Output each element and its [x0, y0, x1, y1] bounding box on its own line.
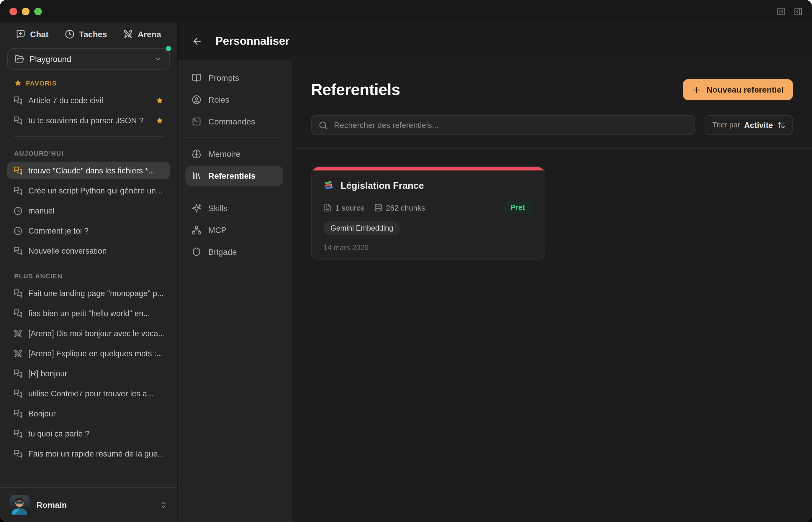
card-chunks: 262 chunks [374, 203, 425, 212]
conversation-item[interactable]: tu te souviens du parser JSON ? [7, 112, 170, 129]
titlebar [0, 0, 812, 22]
search-box [311, 115, 695, 135]
tab-arena[interactable]: Arena [124, 29, 161, 39]
minimize-button[interactable] [22, 7, 29, 15]
swords-icon [14, 329, 22, 338]
swords-icon [124, 29, 133, 39]
star-icon [156, 117, 163, 124]
conversation-item[interactable]: [R] bonjour [7, 364, 170, 382]
referential-card[interactable]: Législation France1 source262 chunksPret… [311, 166, 545, 260]
conversation-item[interactable]: tu quoi ça parle ? [7, 425, 170, 442]
nav-item-referentiels[interactable]: Referentiels [185, 166, 283, 186]
books-icon [323, 180, 335, 191]
section-label-plus-ancien: PLUS ANCIEN [7, 273, 170, 280]
nav-item-memoire[interactable]: Memoire [185, 144, 283, 164]
section-divider [14, 136, 163, 137]
database-icon [374, 203, 382, 212]
messages-square-icon [14, 246, 22, 255]
sidebar-tabs: ChatTachesArena [0, 22, 177, 44]
messages-square-icon [14, 409, 22, 418]
new-referential-button[interactable]: Nouveau referentiel [683, 79, 793, 100]
messages-square-icon [14, 116, 22, 125]
nav-item-skills[interactable]: Skills [185, 198, 283, 218]
nav-item-roles[interactable]: Roles [185, 89, 283, 110]
star-icon [14, 79, 22, 87]
conversation-item[interactable]: manuel [7, 202, 170, 219]
nav-divider [185, 192, 283, 192]
workspace-selector[interactable]: Playground [7, 48, 170, 69]
back-button[interactable] [192, 36, 202, 46]
panel-right-close-icon[interactable] [794, 7, 803, 16]
messages-square-icon [14, 429, 22, 438]
referential-grid: Législation France1 source262 chunksPret… [311, 166, 793, 260]
brain-icon [192, 149, 201, 159]
messages-square-icon [14, 369, 22, 378]
panel-left-close-icon[interactable] [777, 7, 786, 16]
sort-control[interactable]: Trier par Activite [705, 115, 793, 135]
user-name: Romain [37, 500, 67, 509]
panel-header: Personnaliser [178, 22, 812, 60]
card-sources: 1 source [323, 203, 365, 212]
conversation-item[interactable]: trouve "Claude" dans les fichiers *... [7, 162, 170, 179]
messages-square-icon [14, 449, 22, 458]
panel-title: Personnaliser [215, 35, 290, 48]
conversation-item[interactable]: Fait une landing page "monopage" p... [7, 284, 170, 302]
chevrons-up-down-icon [159, 501, 167, 509]
page-title: Referentiels [311, 81, 400, 99]
nav-item-mcp[interactable]: MCP [185, 220, 283, 240]
section-label-aujourd-hui: AUJOURD'HUI [7, 150, 170, 157]
user-menu[interactable]: Romain [0, 487, 177, 522]
toolbar-separator [292, 148, 812, 149]
new-referential-label: Nouveau referentiel [707, 85, 784, 94]
conversation-item[interactable]: Nouvelle conversation [7, 242, 170, 260]
conversation-item[interactable]: Bonjour [7, 405, 170, 422]
tab-chat[interactable]: Chat [16, 29, 48, 39]
messages-square-icon [14, 309, 22, 318]
search-input[interactable] [333, 120, 688, 130]
card-date: 14 mars 2026 [323, 244, 533, 252]
clock-icon [14, 206, 22, 215]
swords-icon [14, 349, 22, 358]
conversation-item[interactable]: [Arena] Dis moi bonjour avec le voca... [7, 324, 170, 342]
file-text-icon [323, 203, 332, 212]
conversation-item[interactable]: Fais moi un rapide résumé de la gue... [7, 445, 170, 462]
sidebar: ChatTachesArena Playground FAVORISArticl… [0, 22, 178, 522]
clock-icon [65, 29, 74, 39]
app-window: ChatTachesArena Playground FAVORISArticl… [0, 0, 812, 522]
main-content: Referentiels Nouveau referentiel Trier p [292, 60, 812, 522]
status-dot [166, 46, 171, 51]
conversation-item[interactable]: Comment je toi ? [7, 222, 170, 239]
search-icon [319, 121, 328, 129]
conversation-item[interactable]: utilise Context7 pour trouver les a... [7, 385, 170, 402]
card-title: Législation France [340, 180, 424, 191]
card-accent-bar [312, 167, 544, 170]
workspace-label: Playground [29, 54, 72, 64]
avatar [9, 495, 29, 515]
close-button[interactable] [9, 7, 17, 15]
tab-taches[interactable]: Taches [65, 29, 107, 39]
messages-square-icon [14, 166, 22, 175]
conversation-item[interactable]: [Arena] Explique en quelques mots :... [7, 344, 170, 362]
sort-prefix-label: Trier par [712, 121, 740, 129]
conversation-item[interactable]: fias bien un petit "hello world" en... [7, 304, 170, 322]
chevron-down-icon [154, 55, 162, 63]
section-label-favoris: FAVORIS [7, 79, 170, 87]
sort-value: Activite [744, 121, 773, 129]
nav-item-brigade[interactable]: Brigade [185, 242, 283, 262]
conversation-item[interactable]: Article 7 du code civil [7, 92, 170, 109]
folder-open-icon [15, 54, 24, 64]
nav-item-commandes[interactable]: Commandes [185, 112, 283, 132]
star-icon [156, 97, 163, 104]
settings-nav: PromptsRolesCommandesMemoireReferentiels… [178, 60, 292, 522]
embedding-tag: Gemini Embedding [323, 221, 400, 235]
nav-item-prompts[interactable]: Prompts [185, 68, 283, 88]
clock-icon [14, 226, 22, 235]
arrow-up-down-icon [777, 121, 786, 129]
plus-icon [693, 85, 701, 94]
zoom-button[interactable] [34, 7, 42, 15]
square-terminal-icon [192, 117, 201, 126]
network-icon [192, 225, 201, 235]
conversation-item[interactable]: Crée un script Python qui génère un... [7, 182, 170, 199]
messages-square-icon [14, 96, 22, 105]
message-square-plus-icon [16, 29, 25, 39]
